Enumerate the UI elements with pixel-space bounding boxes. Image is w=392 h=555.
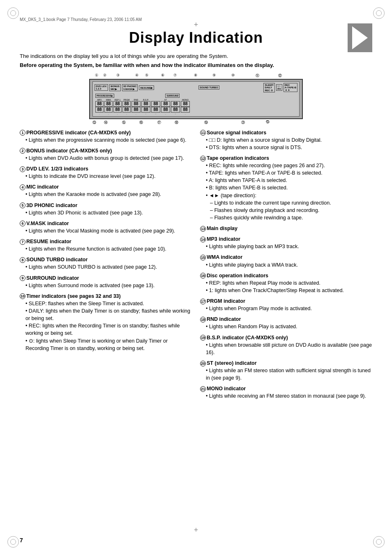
- desc-item-2: 2BONUS indicator (CA-MXDK5 only) • Light…: [20, 147, 192, 162]
- desc-item-16: 16Disc operation indicators • REP: light…: [200, 272, 372, 294]
- desc-item-17: 17PRGM indicator • Lights when Program P…: [200, 297, 372, 312]
- desc-item-10: 10Timer indicators (see pages 32 and 33)…: [20, 292, 192, 352]
- desc-item-3: 3DVD LEV. 1/2/3 indicators • Lights to i…: [20, 165, 192, 180]
- title-section: Display Indication: [20, 29, 372, 46]
- desc-item-9: 9SURROUND indicator • Lights when Surrou…: [20, 274, 192, 289]
- desc-item-11: 11Source signal indicators • □□ D: light…: [200, 129, 372, 151]
- left-column: 1PROGRESSIVE indicator (CA-MXDK5 only) •…: [20, 129, 192, 403]
- desc-item-18: 18RND indicator • Lights when Random Pla…: [200, 315, 372, 330]
- crosshair-bottom: +: [194, 526, 198, 534]
- page-number: 7: [20, 537, 23, 543]
- desc-item-12: 12Tape operation indicators • REC: light…: [200, 154, 372, 221]
- page-title: Display Indication: [20, 29, 372, 46]
- descriptions: 1PROGRESSIVE indicator (CA-MXDK5 only) •…: [20, 129, 372, 403]
- corner-decoration-br: [373, 536, 385, 548]
- right-column: 11Source signal indicators • □□ D: light…: [200, 129, 372, 403]
- display-diagram: ① ② ③ ④ ⑤ ⑥ ⑦ ⑧ ⑨ ⑩ ⑪ ⑫ DVD LEV.1.2.3 BO…: [89, 73, 303, 126]
- desc-item-6: 6V.MASK indicator • Lights when the Voca…: [20, 220, 192, 235]
- desc-item-19: 19B.S.P. indicator (CA-MXDK5 only) • Lig…: [200, 334, 372, 356]
- intro-line2: Before operating the System, be familiar…: [20, 62, 372, 68]
- desc-item-15: 15WMA indicator • Lights while playing b…: [200, 253, 372, 268]
- desc-item-14: 14MP3 indicator • Lights while playing b…: [200, 235, 372, 250]
- desc-item-21: 21MONO indicator • Lights while receivin…: [200, 385, 372, 400]
- desc-item-4: 4MIC indicator • Lights when the Karaoke…: [20, 183, 192, 198]
- corner-decoration-bl: [7, 536, 19, 548]
- desc-item-13: 13Main display: [200, 225, 372, 232]
- desc-item-20: 20ST (stereo) indicator • Lights while a…: [200, 359, 372, 382]
- desc-item-7: 7RESUME indicator • Lights when the Resu…: [20, 238, 192, 253]
- intro-line1: The indications on the display tell you …: [20, 52, 372, 60]
- crosshair-top: +: [194, 21, 198, 29]
- file-info: MX_DK5_3_1.book Page 7 Thursday, Februar…: [20, 17, 142, 22]
- desc-item-8: 8SOUND TURBO indicator • Lights when SOU…: [20, 256, 192, 271]
- desc-item-5: 53D PHONIC indicator • Lights when 3D Ph…: [20, 202, 192, 216]
- desc-item-1: 1PROGRESSIVE indicator (CA-MXDK5 only) •…: [20, 129, 192, 144]
